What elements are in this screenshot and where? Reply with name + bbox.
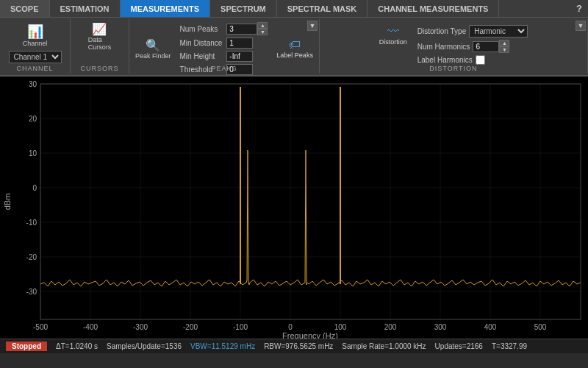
channel-section-label: CHANNEL	[16, 65, 53, 72]
num-peaks-up[interactable]: ▲	[257, 22, 268, 29]
peaks-corner-button[interactable]: ▼	[307, 21, 318, 31]
cursors-section: 📈 DataCursors CURSORS	[71, 19, 129, 74]
label-peaks-label: Label Peaks	[276, 52, 313, 59]
sample-rate: Sample Rate=1.0000 kHz	[342, 342, 426, 350]
distortion-corner-button[interactable]: ▼	[576, 21, 586, 31]
svg-text:-500: -500	[33, 323, 48, 331]
peaks-section: 🔍 Peak Finder Num Peaks ▲ ▼ Min Distance…	[129, 19, 320, 74]
chart-area: 30 20 10 0 -10 -20 -30 dBm -500 -400 -30…	[0, 77, 588, 339]
label-peaks-icon: 🏷	[289, 38, 301, 52]
y-axis-label: dBm	[3, 194, 12, 210]
num-harmonics-down[interactable]: ▼	[499, 46, 509, 53]
distortion-icon: 〰	[387, 25, 399, 38]
peak-finder-label: Peak Finder	[135, 52, 171, 60]
data-cursors-button[interactable]: 📈 DataCursors	[88, 22, 112, 51]
num-peaks-input[interactable]	[226, 24, 257, 35]
channel-button-label: Channel	[23, 40, 48, 47]
tab-channel-measurements[interactable]: CHANNEL MEASUREMENTS	[368, 0, 499, 17]
nav-tabs: SCOPE ESTIMATION MEASUREMENTS SPECTRUM S…	[0, 0, 588, 18]
svg-text:100: 100	[334, 323, 347, 331]
min-distance-input[interactable]	[226, 38, 253, 49]
channel-icon: 📊	[27, 24, 43, 40]
toolbar: 📊 Channel Channel 1Channel 2 CHANNEL 📈 D…	[0, 18, 588, 77]
min-height-input[interactable]	[226, 51, 253, 62]
svg-text:-400: -400	[83, 323, 98, 331]
distortion-controls: Distortion Type HarmonicIntermodulation …	[417, 25, 528, 65]
cursors-icon: 📈	[92, 22, 107, 36]
tab-spectrum[interactable]: SPECTRUM	[210, 0, 277, 17]
svg-text:0: 0	[32, 184, 37, 192]
svg-text:-20: -20	[26, 253, 37, 261]
time: T=3327.99	[492, 342, 527, 350]
distortion-type-label: Distortion Type	[417, 27, 467, 35]
distortion-button[interactable]: 〰 Distortion	[379, 25, 407, 46]
svg-text:-300: -300	[133, 323, 148, 331]
svg-text:-10: -10	[26, 219, 37, 227]
label-harmonics-row: Label Harmonics	[417, 55, 528, 65]
tab-spectral-mask[interactable]: SPECTRAL MASK	[277, 0, 368, 17]
tab-estimation[interactable]: ESTIMATION	[50, 0, 121, 17]
peak-finder-button[interactable]: 🔍 Peak Finder	[135, 38, 171, 60]
help-button[interactable]: ?	[570, 0, 588, 17]
num-peaks-down[interactable]: ▼	[257, 29, 268, 35]
channel-button[interactable]: 📊 Channel	[18, 22, 52, 49]
rbw: RBW=976.5625 mHz	[264, 342, 333, 350]
svg-text:200: 200	[384, 323, 397, 331]
distortion-section: 〰 Distortion Distortion Type HarmonicInt…	[320, 19, 588, 74]
vbw: VBW=11.5129 mHz	[190, 342, 255, 350]
channel-section: 📊 Channel Channel 1Channel 2 CHANNEL	[0, 19, 71, 74]
num-peaks-label: Num Peaks	[180, 25, 223, 33]
svg-text:300: 300	[434, 323, 447, 331]
stopped-indicator: Stopped	[6, 342, 47, 351]
label-peaks-button[interactable]: 🏷 Label Peaks	[276, 38, 313, 59]
delta-t: ΔT=1.0240 s	[56, 342, 98, 350]
spectrum-chart: 30 20 10 0 -10 -20 -30 dBm -500 -400 -30…	[0, 77, 588, 339]
num-harmonics-input[interactable]	[473, 41, 499, 52]
label-harmonics-label: Label Harmonics	[417, 56, 473, 64]
peaks-section-label: PEAKS	[211, 65, 237, 72]
min-distance-label: Min Distance	[180, 39, 223, 47]
svg-text:30: 30	[29, 80, 37, 88]
svg-text:10: 10	[29, 149, 37, 158]
min-height-label: Min Height	[180, 52, 223, 60]
svg-text:-200: -200	[183, 323, 198, 331]
svg-rect-0	[0, 77, 588, 339]
num-peaks-input-group: ▲ ▼	[226, 22, 268, 35]
distortion-label: Distortion	[379, 38, 407, 46]
data-cursors-label: DataCursors	[88, 36, 112, 51]
distortion-type-select[interactable]: HarmonicIntermodulation	[469, 25, 528, 38]
tab-scope[interactable]: SCOPE	[0, 0, 50, 17]
svg-text:20: 20	[29, 115, 37, 123]
cursors-section-label: CURSORS	[80, 65, 118, 72]
svg-text:0: 0	[288, 323, 293, 331]
tab-measurements[interactable]: MEASUREMENTS	[121, 0, 211, 17]
svg-text:-100: -100	[233, 323, 248, 331]
svg-text:400: 400	[484, 323, 497, 331]
svg-text:-30: -30	[26, 288, 37, 296]
peak-finder-icon: 🔍	[146, 38, 160, 52]
distortion-section-label: DISTORTION	[429, 65, 477, 72]
samples-update: Samples/Update=1536	[107, 342, 182, 350]
num-harmonics-row: Num Harmonics ▲ ▼	[417, 40, 528, 53]
channel-select[interactable]: Channel 1Channel 2	[9, 51, 62, 63]
svg-text:500: 500	[534, 323, 547, 331]
updates: Updates=2166	[435, 342, 483, 350]
status-bar: Stopped ΔT=1.0240 s Samples/Update=1536 …	[0, 339, 588, 353]
label-harmonics-checkbox[interactable]	[476, 55, 485, 65]
x-axis-label: Frequency (Hz)	[282, 331, 338, 339]
num-harmonics-up[interactable]: ▲	[499, 40, 509, 46]
distortion-type-row: Distortion Type HarmonicIntermodulation	[417, 25, 528, 38]
num-harmonics-label: Num Harmonics	[417, 43, 470, 51]
